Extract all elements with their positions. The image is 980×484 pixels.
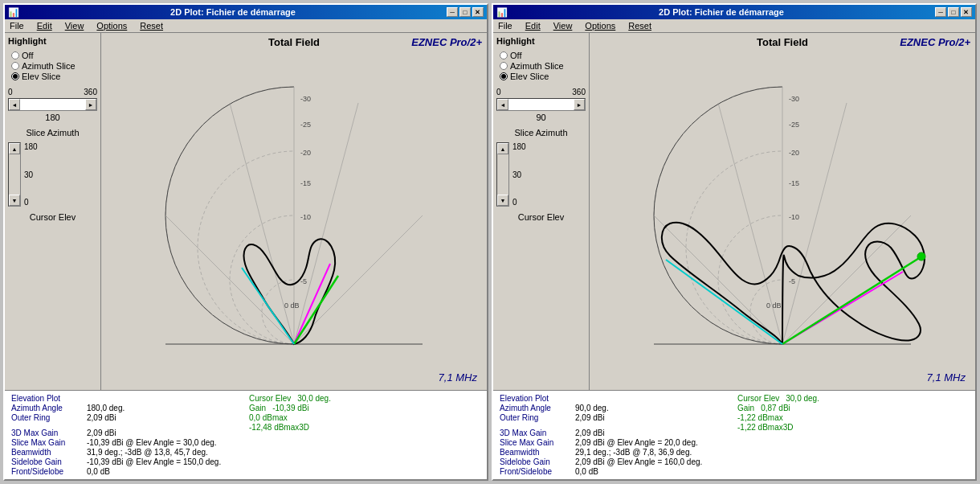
info-front-1: Front/Sidelobe 0,0 dB [11,467,243,476]
v-slider-up-2[interactable]: ▲ [497,143,508,154]
plot-area-1: Total Field EZNEC Pro/2+ [101,33,487,390]
eznec-label-2: EZNEC Pro/2+ [900,36,970,48]
h-slider-left-1[interactable]: ◄ [9,99,20,110]
info-dbmax3d-value-1: -12,48 dBmax3D [249,423,309,432]
svg-line-31 [666,260,782,344]
h-slider-track-1[interactable]: ◄ ► [8,98,97,111]
close-btn-1[interactable]: ✕ [472,7,484,17]
info-outer-value-1: 2,09 dBi [87,413,116,422]
svg-text:-10: -10 [789,213,799,221]
svg-text:-25: -25 [789,121,799,129]
info-gain-label-2: Gain [737,404,754,412]
maximize-btn-2[interactable]: □ [948,7,959,17]
svg-text:-25: -25 [300,121,311,129]
svg-text:-20: -20 [789,149,799,157]
info-front-label-2: Front/Sidelobe [500,467,572,476]
v-slider-track-1[interactable]: ▲ ▼ [8,142,21,207]
svg-text:-15: -15 [789,179,799,187]
info-side-value-1: -10,39 dBi @ Elev Angle = 150,0 deg. [87,457,221,466]
menu-bar-2: File Edit View Options Reset [493,19,975,33]
radio-azimuth-2[interactable]: Azimuth Slice [500,61,586,71]
info-type-label-1: Elevation Plot [11,394,84,403]
radio-off-input-2[interactable] [500,51,508,59]
radio-off-2[interactable]: Off [500,51,586,60]
radio-azimuth-input-2[interactable] [500,62,508,70]
menu-reset-1[interactable]: Reset [137,20,166,31]
radio-azimuth-input-1[interactable] [11,62,19,70]
v-slider-body-2[interactable] [497,154,508,195]
content-area-2: Highlight Off Azimuth Slice Elev Slice 0 [493,33,975,390]
eznec-label-1: EZNEC Pro/2+ [411,36,482,48]
info-side-1: Sidelobe Gain -10,39 dBi @ Elev Angle = … [11,457,243,466]
info-3d-value-2: 2,09 dBi [575,429,605,437]
v-slider-mid-1: 30 [24,170,38,179]
svg-text:0 dB: 0 dB [766,301,782,310]
info-slice-1: Slice Max Gain -10,39 dBi @ Elev Angle =… [11,438,243,447]
menu-options-2[interactable]: Options [582,20,619,31]
menu-reset-2[interactable]: Reset [625,20,655,31]
v-slider-body-1[interactable] [9,154,20,195]
radio-azimuth-label-2: Azimuth Slice [510,61,564,71]
info-az-label-1: Azimuth Angle [11,404,84,412]
info-slice-2: Slice Max Gain 2,09 dBi @ Elev Angle = 2… [500,438,731,447]
close-btn-2[interactable]: ✕ [961,7,972,17]
radio-elev-1[interactable]: Elev Slice [11,72,97,81]
radio-elev-input-2[interactable] [500,72,508,80]
plot-title-1: Total Field [268,36,320,48]
info-front-label-1: Front/Sidelobe [11,467,84,476]
h-slider-left-2[interactable]: ◄ [497,99,508,110]
h-slider-thumb-2[interactable] [497,99,585,110]
minimize-btn-1[interactable]: ─ [447,7,458,17]
info-slice-label-2: Slice Max Gain [500,438,572,447]
h-slider-thumb-1[interactable] [9,99,96,110]
info-outer-label-2: Outer Ring [500,413,572,422]
info-gain-value-2: 0,87 dBi [761,404,790,412]
v-slider-up-1[interactable]: ▲ [9,143,20,154]
svg-line-14 [294,276,338,344]
info-bw-label-1: Beamwidth [11,448,84,457]
maximize-btn-1[interactable]: □ [459,7,471,17]
h-slider-right-1[interactable]: ► [85,99,96,110]
info-dbmax3d-row-1: -12,48 dBmax3D [249,423,480,432]
radio-off-1[interactable]: Off [11,51,97,60]
menu-file-2[interactable]: File [495,20,516,31]
plot-svg-2: -5 -10 -15 -20 -25 -30 0 dB [590,33,975,390]
radio-elev-input-1[interactable] [11,72,19,80]
radio-azimuth-1[interactable]: Azimuth Slice [11,61,97,71]
window-1: 📊 2D Plot: Fichier de démarrage ─ □ ✕ Fi… [3,3,488,481]
left-panel-1: Highlight Off Azimuth Slice Elev Slice 0 [5,33,101,390]
menu-view-2[interactable]: View [550,20,576,31]
radio-off-input-1[interactable] [11,51,19,59]
v-slider-down-2[interactable]: ▼ [497,195,508,206]
v-slider-labels-2: 180 30 0 [512,142,526,207]
radio-elev-2[interactable]: Elev Slice [500,72,586,81]
h-slider-value-2: 90 [496,113,586,122]
svg-line-30 [782,256,923,344]
info-right-2: Cursor Elev 30,0 deg. Gain 0,87 dBi -1,2… [737,394,969,476]
minimize-btn-2[interactable]: ─ [935,7,946,17]
v-slider-track-2[interactable]: ▲ ▼ [496,142,509,207]
svg-line-16 [654,215,782,344]
info-bw-value-2: 29,1 deg.; -3dB @ 7,8, 36,9 deg. [575,448,692,457]
menu-options-1[interactable]: Options [93,20,130,31]
menu-edit-1[interactable]: Edit [34,20,55,31]
info-3d-1: 3D Max Gain 2,09 dBi [11,429,243,437]
menu-bar-1: File Edit View Options Reset [5,19,487,33]
svg-text:-20: -20 [300,149,311,157]
v-slider-container-2: ▲ ▼ 180 30 0 [496,142,586,207]
menu-file-1[interactable]: File [6,20,27,31]
info-side-label-2: Sidelobe Gain [500,457,572,466]
info-dbmax-value-1: 0,0 dBmax [249,413,288,422]
h-slider-track-2[interactable]: ◄ ► [496,98,586,111]
radio-elev-label-2: Elev Slice [510,72,549,81]
h-slider-right-2[interactable]: ► [574,99,585,110]
menu-edit-2[interactable]: Edit [522,20,544,31]
v-slider-down-1[interactable]: ▼ [9,195,20,206]
content-area-1: Highlight Off Azimuth Slice Elev Slice 0 [5,33,487,390]
svg-text:0 dB: 0 dB [284,301,300,310]
info-front-2: Front/Sidelobe 0,0 dB [500,467,731,476]
info-3d-label-2: 3D Max Gain [500,429,572,437]
info-left-1: Elevation Plot Azimuth Angle 180,0 deg. … [11,394,243,476]
menu-view-1[interactable]: View [62,20,88,31]
info-cursor-value-1: 30,0 deg. [297,394,331,403]
